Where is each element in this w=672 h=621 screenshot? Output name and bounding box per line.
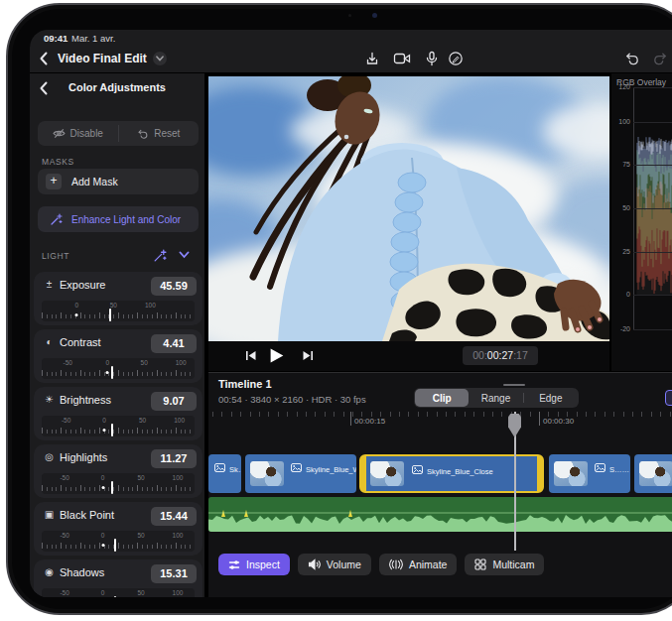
slider-ruler[interactable]: 050100 [42,301,195,321]
ruler-tick [84,314,85,318]
timeline-clip[interactable]: S…… [549,454,630,493]
scope-gridline [633,208,672,209]
zoom-partial-button[interactable] [665,390,672,406]
microphone-icon[interactable] [423,50,441,67]
ruler-tick [152,487,153,491]
slider-thumb[interactable] [114,539,116,552]
ruler-tick [123,487,124,491]
slider-value[interactable]: 45.59 [151,277,197,296]
ruler-tick [75,430,76,434]
import-icon[interactable] [363,50,381,67]
ruler-tick [137,428,138,434]
back-chevron-icon[interactable] [40,52,48,65]
timeline-clip[interactable] [634,454,672,493]
ruler-tick [142,545,143,549]
volume-button[interactable]: Volume [298,554,371,575]
ruler-tick [128,545,129,549]
ruler-tick [161,430,162,434]
scope-tick-label: 75 [611,161,630,168]
tool-label: Multicam [492,559,534,570]
ruler-tick [70,372,71,376]
ruler-tick [176,543,177,549]
project-title[interactable]: Video Final Edit [58,52,147,65]
ruler-minor-tick [390,412,391,417]
image-icon [412,465,423,474]
animate-icon [389,559,403,570]
slider-ruler[interactable]: -50050100 [42,531,195,552]
light-collapse-chevron-icon[interactable] [179,251,190,259]
slider-value[interactable]: 15.44 [151,507,197,526]
ruler-tick [185,430,186,434]
mode-edge[interactable]: Edge [524,389,578,407]
ruler-tick [118,370,119,376]
adjustment-slider[interactable]: ▣ Black Point 15.44 -50050100 [34,502,202,556]
slider-value[interactable]: 9.07 [151,392,197,411]
ruler-tick [61,312,62,318]
skip-forward-icon[interactable] [302,349,315,362]
timeline-clip[interactable]: Skyline_Blue_Close [359,454,544,493]
timecode-main: 00:27 [487,349,513,361]
slider-thumb[interactable] [111,424,113,436]
ruler-minor-tick [520,412,521,417]
adjustment-slider[interactable]: ± Exposure 45.59 050100 [34,272,202,325]
ruler-minor-tick [605,412,605,417]
ruler-minor-tick [473,412,474,417]
slider-ruler[interactable]: -50050100 [42,416,195,436]
adjustment-slider[interactable]: ◎ Highlights 11.27 -50050100 [34,444,202,498]
ruler-number: 100 [174,417,185,424]
clip-track: Sk……Skyline_Blue_WideSkyline_Blue_CloseS… [208,454,672,493]
ruler-tick [52,545,53,549]
light-wand-icon[interactable] [153,249,167,263]
undo-icon[interactable] [623,50,641,67]
slider-value[interactable]: 11.27 [151,449,197,468]
timeline-clip[interactable]: Skyline_Blue_Wide [245,454,356,493]
audio-track[interactable] [208,497,672,532]
camera-icon[interactable] [393,50,411,67]
slider-thumb[interactable] [111,366,113,379]
app-screen: 09:41 Mar. 1 avr. Video Final Edit [30,30,672,597]
slider-value[interactable]: 15.31 [151,564,197,583]
play-button-icon[interactable] [270,348,284,363]
adjustment-slider[interactable]: ☀ Brightness 9.07 -50050100 [34,387,202,440]
scope-tick-label: 50 [611,204,630,211]
inspect-button[interactable]: Inspect [218,554,290,575]
timeline-clip[interactable]: Sk…… [208,454,241,493]
playhead-handle[interactable] [508,414,521,437]
skip-back-icon[interactable] [244,349,257,362]
slider-thumb[interactable] [114,596,116,597]
preview-video-frame[interactable] [208,73,609,341]
pencil-tools-icon[interactable] [447,50,465,67]
slider-thumb[interactable] [109,309,111,321]
ruler-tick [157,370,158,376]
mode-range[interactable]: Range [469,389,522,407]
mode-clip[interactable]: Clip [415,389,469,407]
timeline-ruler[interactable]: 00:00:1500:00:30 [208,412,672,429]
ruler-tick [128,314,129,318]
clip-label: Sk…… [229,465,241,474]
adjustment-slider[interactable]: ◉ Shadows 15.31 -50050100 [34,559,202,597]
title-dropdown-button[interactable] [153,52,167,65]
animate-button[interactable]: Animate [379,554,458,575]
slider-ruler[interactable]: -50050100 [42,588,195,597]
ruler-tick [42,370,43,376]
enhance-light-color-button[interactable]: Enhance Light and Color [38,206,199,232]
slider-value[interactable]: 4.41 [151,334,197,353]
scope-gridline [633,122,672,123]
ruler-tick [118,485,119,491]
slider-thumb[interactable] [111,481,113,494]
ruler-minor-tick [586,412,587,417]
ruler-tick [185,487,186,491]
scope-gridline [633,329,672,330]
adjustment-slider[interactable]: ◐ Contrast 4.41 -50050100 [34,329,202,383]
timecode-display[interactable]: 00:00:27:17 [463,346,538,365]
multicam-button[interactable]: Multicam [465,554,544,575]
add-mask-button[interactable]: + Add Mask [38,169,199,194]
ruler-minor-tick [352,412,353,417]
clip-thumbnail [639,461,672,486]
slider-ruler[interactable]: -50050100 [42,358,195,379]
slider-ruler[interactable]: -50050100 [42,473,195,494]
reset-button[interactable]: Reset [119,121,200,146]
disable-button[interactable]: Disable [38,121,118,146]
ruler-minor-tick [623,412,624,417]
status-date: Mar. 1 avr. [71,33,115,44]
